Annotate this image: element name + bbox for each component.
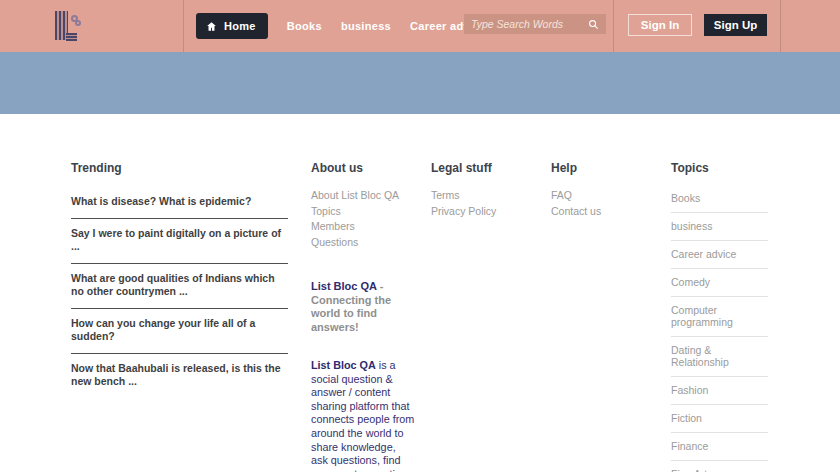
header-divider (780, 0, 781, 52)
legal-link[interactable]: Terms (431, 188, 531, 204)
legal-title: Legal stuff (431, 161, 531, 175)
brand-name: List Bloc QA (311, 280, 377, 292)
trending-link[interactable]: What are good qualities of Indians which… (71, 264, 288, 309)
header-divider (183, 0, 184, 52)
trending-title: Trending (71, 161, 288, 175)
header-divider (613, 0, 614, 52)
search-box (464, 14, 606, 34)
topic-link[interactable]: Dating & Relationship (671, 337, 768, 377)
nav-item-home[interactable]: Home (196, 13, 268, 39)
topic-link[interactable]: Finance (671, 433, 768, 461)
brand-description-text: is a social question & answer / content … (311, 359, 414, 472)
footer-col-legal: Legal stuff Terms Privacy Policy (431, 161, 531, 219)
footer: Trending What is disease? What is epidem… (0, 114, 840, 472)
about-link[interactable]: About List Bloc QA (311, 188, 415, 204)
help-title: Help (551, 161, 651, 175)
sign-up-button[interactable]: Sign Up (704, 14, 767, 36)
brand-tagline: List Bloc QA - Connecting the world to f… (311, 280, 415, 334)
footer-col-help: Help FAQ Contact us (551, 161, 651, 219)
trending-link[interactable]: Now that Baahubali is released, is this … (71, 354, 288, 398)
topic-link[interactable]: Computer programming (671, 297, 768, 337)
about-title: About us (311, 161, 415, 175)
help-link[interactable]: Contact us (551, 204, 651, 220)
hero-band (0, 52, 840, 114)
search-icon[interactable] (588, 19, 599, 30)
topic-link[interactable]: Career advice (671, 241, 768, 269)
nav-home-label: Home (224, 20, 256, 32)
about-link[interactable]: Topics (311, 204, 415, 220)
about-link[interactable]: Questions (311, 235, 415, 251)
logo-l-foot (66, 33, 77, 41)
topic-link[interactable]: Comedy (671, 269, 768, 297)
topic-link[interactable]: Fiction (671, 405, 768, 433)
legal-link[interactable]: Privacy Policy (431, 204, 531, 220)
brand-name: List Bloc QA (311, 359, 376, 371)
search-input[interactable] (471, 18, 588, 30)
help-link[interactable]: FAQ (551, 188, 651, 204)
footer-col-topics: Topics Books business Career advice Come… (671, 161, 768, 472)
topic-link[interactable]: Fashion (671, 377, 768, 405)
nav-item-books[interactable]: Books (287, 20, 322, 32)
trending-link[interactable]: What is disease? What is epidemic? (71, 188, 288, 219)
home-icon (206, 21, 217, 32)
main-nav: Home Books business Career advice (196, 0, 486, 52)
trending-link[interactable]: Say I were to paint digitally on a pictu… (71, 219, 288, 264)
brand-description: List Bloc QA is a social question & answ… (311, 359, 415, 472)
topic-link[interactable]: business (671, 213, 768, 241)
footer-col-trending: Trending What is disease? What is epidem… (71, 161, 288, 398)
logo-gear-icon (75, 20, 81, 26)
topic-link[interactable]: Fine Arts (671, 461, 768, 472)
topics-title: Topics (671, 161, 768, 175)
footer-col-about: About us About List Bloc QA Topics Membe… (311, 161, 415, 472)
top-navbar: Home Books business Career advice Sign I… (0, 0, 840, 52)
site-logo[interactable] (55, 11, 81, 41)
trending-link[interactable]: How can you change your life all of a su… (71, 309, 288, 354)
topic-link[interactable]: Books (671, 188, 768, 213)
nav-item-business[interactable]: business (341, 20, 391, 32)
about-link[interactable]: Members (311, 219, 415, 235)
sign-in-button[interactable]: Sign In (628, 14, 692, 36)
